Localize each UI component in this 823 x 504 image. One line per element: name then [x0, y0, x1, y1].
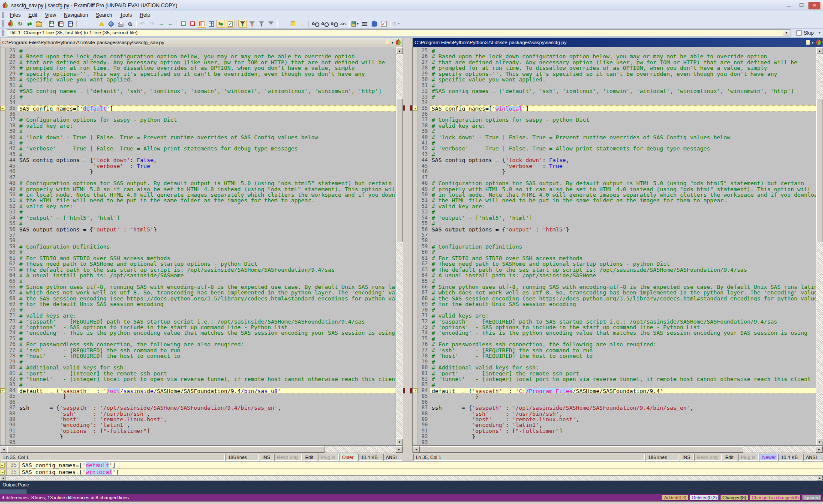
code-line[interactable]: 92 }	[0, 434, 396, 439]
code-line[interactable]: 75#	[0, 336, 396, 342]
code-line[interactable]: 27# that are defined already. Any necess…	[413, 60, 816, 65]
code-text[interactable]: # specific value you want applied.	[18, 77, 396, 82]
code-text[interactable]: # in local mode. Note that HTML 4.0 will…	[430, 192, 816, 198]
code-line[interactable]: 60#	[0, 249, 396, 255]
code-line[interactable]: 45 'verbose' : True	[0, 163, 396, 169]
code-text[interactable]	[18, 440, 396, 445]
code-text[interactable]: # Since python uses utf-8, running SAS w…	[430, 284, 816, 290]
code-text[interactable]: # 'saspath' - [REQUIRED] path to SAS sta…	[18, 319, 396, 324]
code-line[interactable]: 36	[0, 111, 396, 117]
first-file-header[interactable]: C:\Program Files\Python\Python37\Lib\sit…	[0, 38, 403, 47]
code-line[interactable]: 70#	[413, 307, 816, 313]
diff-marker-left-icon[interactable]: ◄	[0, 470, 5, 474]
panes-layout-button[interactable]	[207, 20, 216, 28]
diff-detail-scrollbar[interactable]: ◄ ►	[0, 475, 823, 481]
save-second-file-button[interactable]	[57, 20, 65, 28]
second-file-horizontal-scrollbar[interactable]: ◄ ►	[412, 446, 823, 453]
code-line[interactable]: 93	[0, 440, 396, 445]
code-line[interactable]: 32#SAS_config_names = ['default', 'ssh',…	[0, 88, 396, 94]
code-text[interactable]: 'verbose' : True	[18, 163, 396, 169]
code-line[interactable]: 28# prompted for at run time. To dissall…	[0, 65, 396, 71]
current-diff-combo[interactable]: Diff 1: Change 1 line (35, first file) t…	[7, 29, 790, 36]
scroll-left-icon[interactable]: ◄	[413, 446, 420, 453]
second-file-hscroll-thumb[interactable]	[420, 446, 743, 453]
code-text[interactable]: # in local mode. Note that HTML 4.0 will…	[18, 192, 396, 198]
code-text[interactable]: #	[18, 336, 396, 342]
code-text[interactable]: }	[430, 393, 816, 399]
code-line[interactable]: 73# 'options' - SAS options to include i…	[0, 324, 396, 330]
diff-marker-left-icon[interactable]: ◄	[413, 106, 418, 111]
code-line[interactable]: 43#	[413, 152, 816, 157]
code-line[interactable]: 83#	[413, 382, 816, 387]
code-line[interactable]: 83#	[0, 382, 396, 387]
code-line[interactable]: 43#	[0, 152, 396, 157]
code-text[interactable]: # Additional valid keys for ssh:	[18, 365, 396, 370]
find-previous-button[interactable]	[329, 20, 338, 28]
code-line[interactable]: 56SAS_output_options = {'output' : 'html…	[413, 227, 816, 232]
code-text[interactable]: 'verbose' : True	[430, 163, 816, 169]
code-text[interactable]	[430, 399, 816, 405]
code-text[interactable]: # 'lock_down' - True | False. True = Pre…	[18, 135, 396, 140]
code-text[interactable]: #	[430, 152, 816, 157]
code-text[interactable]: #	[430, 94, 816, 100]
code-line[interactable]: 81# 'port' - [integer] the remote ssh po…	[413, 371, 816, 376]
code-text[interactable]: # prompted for at run time. To dissallow…	[18, 65, 396, 71]
code-line[interactable]: 38# valid key are:	[0, 123, 396, 129]
code-line[interactable]: ►84default = {'saspath' : '/opt/sasinsid…	[0, 388, 396, 393]
code-text[interactable]: # 'port' - [integer] the remote ssh port	[430, 371, 816, 376]
code-line[interactable]: 64# A usual install path is: /opt/sasins…	[413, 273, 816, 278]
next-difference-button[interactable]: ↓	[298, 20, 306, 28]
find-button[interactable]	[310, 20, 319, 28]
code-line[interactable]: 91 'options' : ["-fullstimer"]	[413, 428, 816, 434]
code-text[interactable]: # 'tunnel' - [integer] local port to ope…	[18, 376, 396, 382]
code-line[interactable]: 60#	[413, 249, 816, 255]
scroll-left-icon[interactable]: ◄	[0, 476, 6, 480]
code-text[interactable]: SAS_config_options = {'lock_down': False…	[18, 157, 396, 163]
code-text[interactable]: 'host' : 'remote.linux.host',	[18, 417, 396, 422]
code-text[interactable]	[18, 100, 396, 105]
code-line[interactable]: 79#	[413, 359, 816, 365]
code-text[interactable]: 'ssh' : '/usr/bin/ssh',	[430, 411, 816, 417]
code-line[interactable]: 78# 'host' - [REQUIRED] the host to conn…	[413, 353, 816, 359]
code-line[interactable]: 65#	[0, 279, 396, 284]
current-difference-button[interactable]	[288, 20, 297, 28]
compare-files-button[interactable]	[6, 20, 15, 28]
code-line[interactable]: 55#	[413, 221, 816, 226]
code-text[interactable]: #	[430, 129, 816, 134]
code-line[interactable]: 73# 'options' - SAS options to include i…	[413, 324, 816, 330]
second-file-header[interactable]: C:\Program Files\Python\Python37\Lib\sit…	[412, 38, 823, 47]
diff-detail-pane[interactable]: ►35SAS_config_names=['default']◄35SAS_co…	[0, 462, 823, 475]
first-file-code[interactable]: 25#26# Based upon the lock_down configur…	[0, 47, 396, 445]
code-text[interactable]: # specify options=''. This way it's spec…	[430, 71, 816, 77]
code-text[interactable]: #	[18, 94, 396, 100]
first-file-compare-icon[interactable]	[396, 40, 401, 45]
code-line[interactable]: 42# 'verbose' - True | False. True = All…	[413, 146, 816, 151]
code-line[interactable]: 48# Configuration options for SAS output…	[413, 180, 816, 186]
code-line[interactable]: 63# The default path to the sas start up…	[0, 267, 396, 273]
filter-deleted-button[interactable]	[248, 20, 256, 28]
code-line[interactable]: ◄84default = {'saspath' : 'C:/Program Fi…	[413, 388, 816, 393]
code-line[interactable]: 61# For STDIO and STDIO over SSH access …	[413, 255, 816, 261]
code-line[interactable]: 38# valid key are:	[413, 123, 816, 129]
scroll-up-icon[interactable]: ▲	[816, 47, 823, 54]
menu-tools[interactable]: Tools	[116, 11, 136, 19]
code-text[interactable]: # 'host' - [REQUIRED] the host to connec…	[18, 353, 396, 359]
code-line[interactable]: 75#	[413, 336, 816, 342]
code-text[interactable]: #	[18, 152, 396, 157]
code-text[interactable]: }	[430, 169, 816, 174]
code-text[interactable]: #	[18, 48, 396, 54]
code-line[interactable]: 72# 'saspath' - [REQUIRED] path to SAS s…	[413, 319, 816, 324]
code-text[interactable]: # Configuration Definitions	[430, 244, 816, 249]
code-text[interactable]: default = {'saspath' : 'C:/Program Files…	[430, 388, 816, 393]
code-line[interactable]: 67# which does not work well as utf-8. S…	[413, 290, 816, 295]
code-line[interactable]: 50# in local mode. Note that HTML 4.0 wi…	[413, 192, 816, 198]
code-line[interactable]: 34	[413, 100, 816, 105]
code-text[interactable]: #	[430, 359, 816, 365]
code-text[interactable]: 'ssh' : '/usr/bin/ssh',	[18, 411, 396, 417]
code-text[interactable]: # 'ssh' - [REQUIRED] the ssh command to …	[430, 348, 816, 353]
code-text[interactable]: SAS_config_options = {'lock_down': False…	[430, 157, 816, 163]
code-text[interactable]: # These need path to SASHome and optiona…	[18, 261, 396, 267]
code-line[interactable]: 25#	[0, 48, 396, 54]
close-button[interactable]: ✕	[808, 2, 820, 9]
code-text[interactable]: # Configuration options for saspy - pyth…	[430, 117, 816, 123]
